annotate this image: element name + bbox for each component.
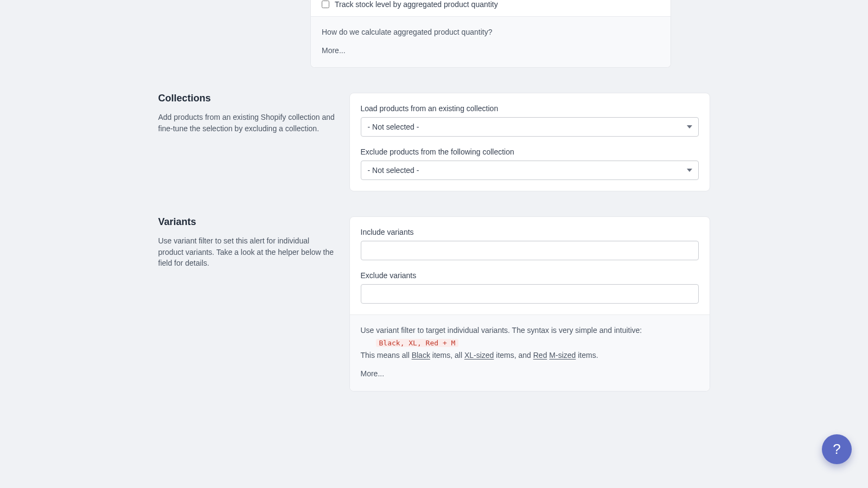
exclude-variants-input[interactable] bbox=[361, 284, 699, 304]
explain-mid1: items, all bbox=[430, 351, 464, 359]
load-collection-value: - Not selected - bbox=[368, 123, 419, 131]
explain-suffix: items. bbox=[576, 351, 598, 359]
explain-mid2: items, and bbox=[494, 351, 533, 359]
variants-section: Variants Use variant filter to set this … bbox=[158, 216, 710, 391]
question-icon: ? bbox=[833, 441, 840, 458]
collections-section: Collections Add products from an existin… bbox=[158, 93, 710, 191]
exclude-collection-select-wrap: - Not selected - bbox=[361, 160, 699, 180]
variants-footer-intro: Use variant filter to target individual … bbox=[361, 325, 699, 337]
load-collection-select[interactable]: - Not selected - bbox=[361, 117, 699, 137]
stock-footer-question: How do we calculate aggregated product q… bbox=[322, 27, 660, 38]
collections-side: Collections Add products from an existin… bbox=[158, 93, 349, 191]
variants-card: Include variants Exclude variants Use va… bbox=[349, 216, 710, 391]
stock-more-link[interactable]: More... bbox=[322, 45, 346, 57]
collections-card: Load products from an existing collectio… bbox=[349, 93, 710, 191]
exclude-collection-label: Exclude products from the following coll… bbox=[361, 147, 699, 156]
section-gap-2 bbox=[0, 191, 868, 216]
section-gap-1 bbox=[0, 68, 868, 93]
exclude-collection-select[interactable]: - Not selected - bbox=[361, 160, 699, 180]
stock-card-footer: How do we calculate aggregated product q… bbox=[311, 16, 671, 67]
variants-footer-code: Black, XL, Red + M bbox=[376, 339, 459, 347]
variants-footer-explain: This means all Black items, all XL-sized… bbox=[361, 350, 699, 362]
include-variants-label: Include variants bbox=[361, 228, 699, 236]
stock-card-body: Track stock level by aggregated product … bbox=[311, 0, 671, 16]
variants-heading: Variants bbox=[158, 216, 336, 228]
explain-prefix: This means all bbox=[361, 351, 412, 359]
collections-heading: Collections bbox=[158, 93, 336, 104]
exclude-collection-value: - Not selected - bbox=[368, 166, 419, 175]
collections-description: Add products from an existing Shopify co… bbox=[158, 112, 336, 134]
variants-card-body: Include variants Exclude variants bbox=[350, 217, 710, 314]
exclude-variants-label: Exclude variants bbox=[361, 271, 699, 280]
help-button[interactable]: ? bbox=[822, 434, 852, 464]
variants-more-link[interactable]: More... bbox=[361, 368, 385, 380]
stock-card: Track stock level by aggregated product … bbox=[310, 0, 671, 68]
load-collection-select-wrap: - Not selected - bbox=[361, 117, 699, 137]
term-xl: XL-sized bbox=[464, 351, 494, 359]
page-root: Track stock level by aggregated product … bbox=[0, 0, 868, 435]
load-collection-label: Load products from an existing collectio… bbox=[361, 104, 699, 113]
variants-description: Use variant filter to set this alert for… bbox=[158, 235, 336, 268]
track-stock-checkbox[interactable] bbox=[322, 1, 329, 8]
variants-card-footer: Use variant filter to target individual … bbox=[350, 314, 710, 390]
variants-footer-code-row: Black, XL, Red + M bbox=[361, 338, 699, 349]
track-stock-label: Track stock level by aggregated product … bbox=[335, 0, 498, 9]
variants-side: Variants Use variant filter to set this … bbox=[158, 216, 349, 391]
track-stock-row[interactable]: Track stock level by aggregated product … bbox=[322, 0, 660, 9]
term-black: Black bbox=[412, 351, 430, 359]
include-variants-input[interactable] bbox=[361, 241, 699, 260]
term-red: Red bbox=[533, 351, 547, 359]
term-m: M-sized bbox=[549, 351, 576, 359]
collections-card-body: Load products from an existing collectio… bbox=[350, 93, 710, 191]
